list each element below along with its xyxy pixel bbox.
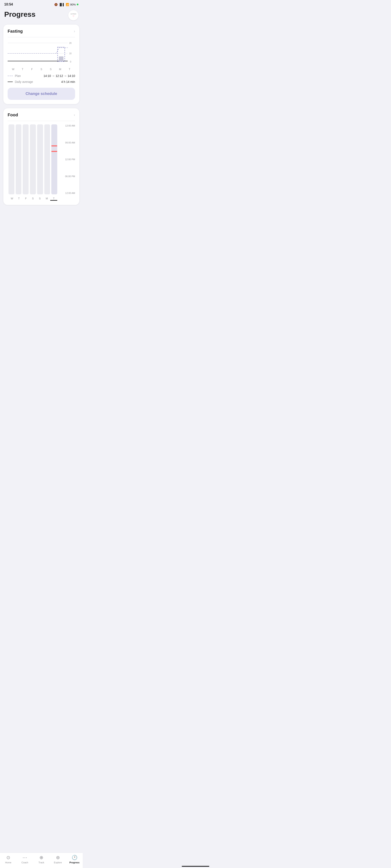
fasting-title: Fasting (8, 29, 23, 34)
plan-legend: Plan 14:10 → 12:12 → 14:10 (8, 74, 75, 78)
status-time: 10:54 (4, 3, 13, 6)
battery-indicator (77, 4, 79, 5)
food-day-s1: S (29, 197, 36, 201)
day-s2: S (46, 68, 55, 71)
eating-marker-bottom (51, 151, 57, 152)
signal-icon: ▐▌▌ (59, 3, 65, 6)
svg-text:10: 10 (69, 52, 71, 55)
page-header: Progress Let them ♡ (0, 8, 83, 25)
day-t2: T (65, 68, 74, 71)
food-day-s2: S (36, 197, 43, 201)
food-bars-area (8, 124, 58, 194)
fasting-day-labels: W T F S S M T (8, 68, 75, 71)
time-6am: 06:00 AM (65, 141, 75, 144)
food-bar-w (8, 124, 14, 194)
food-bar-t1 (16, 124, 22, 194)
status-icons: 🔕 ▐▌▌ 📶 90% (54, 3, 79, 6)
food-bar-s1 (30, 124, 36, 194)
fasting-chevron-icon[interactable]: › (74, 29, 75, 33)
day-t1: T (18, 68, 27, 71)
food-divider (8, 121, 75, 121)
time-12pm: 12:00 PM (65, 158, 75, 161)
plan-line-dashed (8, 76, 13, 76)
food-card: Food › 12:00 AM 06:00 AM 12:00 PM 06:00 … (3, 108, 79, 205)
food-title: Food (8, 113, 18, 117)
fasting-divider (8, 37, 75, 37)
food-day-labels: W T F S S M T (8, 197, 58, 201)
avg-legend-left: Daily average (8, 80, 33, 84)
food-bar-f (23, 124, 29, 194)
food-bar-t2-active (51, 124, 57, 194)
food-chart-container: 12:00 AM 06:00 AM 12:00 PM 06:00 PM 12:0… (8, 124, 75, 201)
battery-text: 90% (70, 3, 76, 6)
food-day-m: M (43, 197, 50, 201)
food-bar-m (44, 124, 50, 194)
food-card-header: Food › (8, 113, 75, 117)
day-s1: S (37, 68, 46, 71)
time-6pm: 06:00 PM (65, 175, 75, 178)
svg-text:0: 0 (70, 60, 71, 63)
day-w: W (8, 68, 18, 71)
avg-value: 4 h 14 min (61, 80, 75, 84)
day-m: M (55, 68, 65, 71)
food-day-f: F (23, 197, 29, 201)
fasting-card: Fasting › 20 10 0 (3, 25, 79, 104)
food-chevron-icon[interactable]: › (74, 113, 75, 117)
wifi-icon: 📶 (66, 3, 69, 6)
food-day-t1: T (16, 197, 23, 201)
fasting-card-header: Fasting › (8, 29, 75, 34)
food-day-w: W (8, 197, 16, 201)
page-title: Progress (4, 10, 35, 19)
avatar-button[interactable]: Let them ♡ (68, 10, 79, 20)
plan-value: 14:10 → 12:12 → 14:10 (43, 74, 75, 78)
food-bar-s2 (37, 124, 43, 194)
avatar-text: Let them (70, 13, 76, 15)
svg-text:20: 20 (69, 42, 71, 44)
avg-line-solid (8, 82, 13, 82)
time-12am-bottom: 12:00 AM (65, 192, 75, 194)
eating-marker-top (51, 145, 57, 147)
plan-legend-left: Plan (8, 74, 21, 78)
fasting-chart: 20 10 0 (8, 41, 75, 66)
change-schedule-button[interactable]: Change schedule (8, 88, 75, 100)
mute-icon: 🔕 (54, 3, 58, 6)
plan-label: Plan (15, 74, 21, 78)
heart-icon: ♡ (72, 15, 74, 18)
fasting-chart-svg: 20 10 0 (8, 41, 75, 66)
status-bar: 10:54 🔕 ▐▌▌ 📶 90% (0, 0, 83, 8)
avg-label: Daily average (15, 80, 33, 84)
time-12am-top: 12:00 AM (65, 124, 75, 127)
food-day-t2: T (50, 197, 57, 201)
avg-legend: Daily average 4 h 14 min (8, 80, 75, 84)
svg-rect-10 (59, 56, 63, 61)
svg-line-7 (56, 48, 59, 53)
day-f: F (27, 68, 37, 71)
food-time-labels: 12:00 AM 06:00 AM 12:00 PM 06:00 PM 12:0… (65, 124, 75, 194)
